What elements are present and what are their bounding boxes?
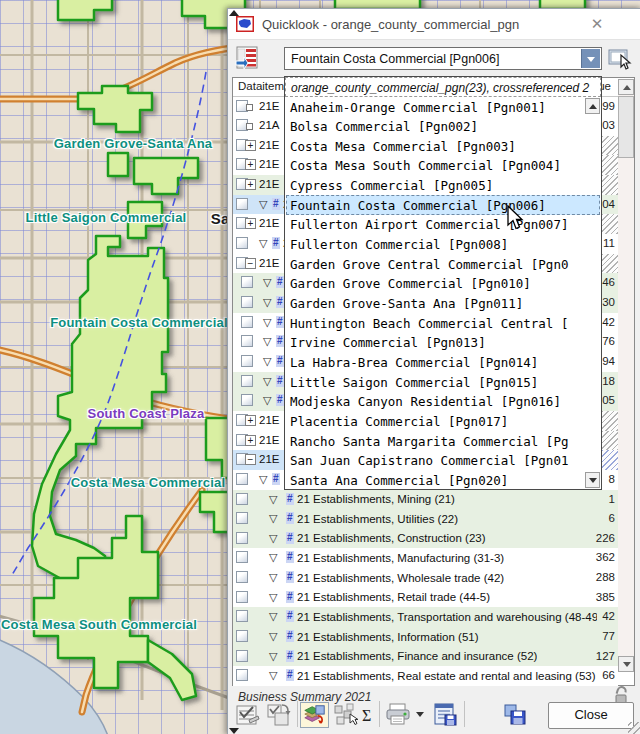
table-row[interactable]: ▽#21 Establishments, Mining (21)1: [233, 490, 618, 510]
print-button[interactable]: [384, 702, 414, 728]
row-checkbox[interactable]: [236, 237, 248, 249]
row-checkbox[interactable]: [236, 473, 248, 485]
dropdown-item[interactable]: Fullerton Commercial [Pgn008]: [286, 235, 600, 255]
row-checkbox[interactable]: [241, 316, 253, 328]
numeric-hash-icon[interactable]: #: [286, 512, 294, 524]
spinner-up-icon[interactable]: [229, 10, 239, 16]
select-fields-button[interactable]: [234, 702, 261, 728]
dropdown-scroll-up-icon[interactable]: [585, 98, 600, 114]
row-checkbox[interactable]: [236, 198, 248, 210]
dropdown-item[interactable]: Anaheim-Orange Commercial [Pgn001]: [286, 97, 600, 117]
row-checkbox[interactable]: [236, 610, 248, 622]
spinner-down-icon[interactable]: [229, 728, 239, 734]
theme-triangle-icon[interactable]: ▽: [263, 375, 271, 388]
theme-triangle-icon[interactable]: ▽: [269, 571, 277, 584]
theme-triangle-icon[interactable]: ▽: [263, 276, 271, 289]
expand-icon[interactable]: +: [245, 415, 256, 426]
window-titlebar[interactable]: Quicklook - orange_county_commercial_pgn…: [228, 9, 640, 40]
combobox-dropdown-icon[interactable]: [581, 49, 600, 68]
numeric-hash-icon[interactable]: #: [272, 237, 280, 249]
row-checkbox[interactable]: [236, 493, 248, 505]
aggregate-button[interactable]: Σ: [332, 702, 374, 728]
row-checkbox[interactable]: [241, 296, 253, 308]
row-checkbox[interactable]: [236, 650, 248, 662]
row-checkbox[interactable]: [236, 512, 248, 524]
theme-triangle-icon[interactable]: ▽: [263, 394, 271, 407]
table-row[interactable]: ▽#21 Establishments, Real estate and ren…: [233, 666, 618, 685]
row-checkbox[interactable]: [236, 630, 248, 642]
row-checkbox[interactable]: [241, 355, 253, 367]
dropdown-item[interactable]: Huntington Beach Commercial Central [: [286, 313, 600, 333]
print-dropdown-icon[interactable]: [416, 712, 424, 717]
numeric-hash-icon[interactable]: #: [286, 650, 294, 662]
theme-triangle-icon[interactable]: ▽: [269, 669, 277, 682]
theme-triangle-icon[interactable]: ▽: [269, 493, 277, 506]
numeric-hash-icon[interactable]: #: [286, 493, 294, 505]
theme-triangle-icon[interactable]: ▽: [269, 551, 277, 564]
close-button[interactable]: Close: [548, 702, 634, 729]
numeric-hash-icon[interactable]: #: [276, 375, 284, 387]
table-row[interactable]: ▽#21 Establishments, Manufacturing (31-3…: [233, 548, 618, 568]
dropdown-item[interactable]: Costa Mesa South Commercial [Pgn004]: [286, 156, 600, 176]
row-checkbox[interactable]: [236, 551, 248, 563]
dropdown-item[interactable]: Bolsa Commercial [Pgn002]: [286, 117, 600, 137]
dropdown-item[interactable]: Modjeska Canyon Residential [Pgn016]: [286, 392, 600, 412]
theme-triangle-icon[interactable]: ▽: [269, 591, 277, 604]
dropdown-item[interactable]: Irvine Commercial [Pgn013]: [286, 333, 600, 353]
locate-on-map-button[interactable]: [607, 47, 633, 70]
theme-triangle-icon[interactable]: ▽: [269, 512, 277, 525]
numeric-hash-icon[interactable]: #: [272, 473, 280, 485]
expand-icon[interactable]: +: [245, 179, 256, 190]
row-checkbox[interactable]: [236, 532, 248, 544]
table-row[interactable]: ▽#21 Establishments, Finance and insuran…: [233, 647, 618, 667]
numeric-hash-icon[interactable]: #: [286, 669, 294, 681]
theme-triangle-icon[interactable]: ▽: [259, 237, 267, 250]
theme-triangle-icon[interactable]: ▽: [259, 473, 267, 486]
collapse-icon[interactable]: −: [245, 454, 256, 465]
resize-grip[interactable]: [628, 722, 640, 734]
theme-triangle-icon[interactable]: ▽: [263, 355, 271, 368]
window-close-icon[interactable]: ✕: [580, 13, 614, 35]
scrollbar-track[interactable]: [618, 95, 634, 656]
table-row[interactable]: ▽#21 Establishments, Wholesale trade (42…: [233, 568, 618, 588]
numeric-hash-icon[interactable]: #: [276, 316, 284, 328]
save-report-button[interactable]: [432, 702, 459, 728]
numeric-hash-icon[interactable]: #: [286, 591, 294, 603]
numeric-hash-icon[interactable]: #: [272, 198, 280, 210]
dropdown-item[interactable]: Garden Grove Commercial [Pgn010]: [286, 274, 600, 294]
theme-triangle-icon[interactable]: ▽: [269, 532, 277, 545]
numeric-hash-icon[interactable]: #: [286, 630, 294, 642]
numeric-hash-icon[interactable]: #: [286, 610, 294, 622]
row-checkbox[interactable]: [241, 375, 253, 387]
table-row[interactable]: ▽#21 Establishments, Retail trade (44-5)…: [233, 588, 618, 608]
expand-icon[interactable]: +: [245, 140, 256, 151]
dropdown-item[interactable]: Placentia Commercial [Pgn017]: [286, 411, 600, 431]
dataview-button[interactable]: [234, 45, 260, 71]
area-combobox[interactable]: Fountain Costa Commercial [Pgn006]: [284, 47, 602, 70]
expand-icon[interactable]: +: [245, 435, 256, 446]
dropdown-item[interactable]: Costa Mesa Commercial [Pgn003]: [286, 136, 600, 156]
row-checkbox[interactable]: [241, 276, 253, 288]
dropdown-item[interactable]: La Habra-Brea Commercial [Pgn014]: [286, 352, 600, 372]
numeric-hash-icon[interactable]: #: [276, 335, 284, 347]
map-layers-button[interactable]: [300, 702, 329, 728]
numeric-hash-icon[interactable]: #: [286, 532, 294, 544]
row-checkbox[interactable]: [241, 335, 253, 347]
numeric-hash-icon[interactable]: #: [276, 394, 284, 406]
table-row[interactable]: ▽#21 Establishments, Transportation and …: [233, 607, 618, 627]
dropdown-item[interactable]: Garden Grove Central Commercial [Pgn0: [286, 254, 600, 274]
numeric-hash-icon[interactable]: #: [276, 296, 284, 308]
dropdown-item[interactable]: Fullerton Airport Commercial [Pgn007]: [286, 215, 600, 235]
scrollbar-down-icon[interactable]: [618, 656, 634, 672]
dropdown-scroll-down-icon[interactable]: [585, 472, 600, 488]
theme-triangle-icon[interactable]: ▽: [263, 296, 271, 309]
scrollbar-up-icon[interactable]: [618, 79, 634, 95]
expand-icon[interactable]: +: [245, 218, 256, 229]
theme-triangle-icon[interactable]: ▽: [263, 335, 271, 348]
save-button[interactable]: [502, 702, 529, 728]
swap-records-button[interactable]: [265, 702, 292, 728]
numeric-hash-icon[interactable]: #: [286, 551, 294, 563]
theme-triangle-icon[interactable]: ▽: [259, 198, 267, 211]
row-checkbox[interactable]: [236, 571, 248, 583]
theme-triangle-icon[interactable]: ▽: [263, 316, 271, 329]
